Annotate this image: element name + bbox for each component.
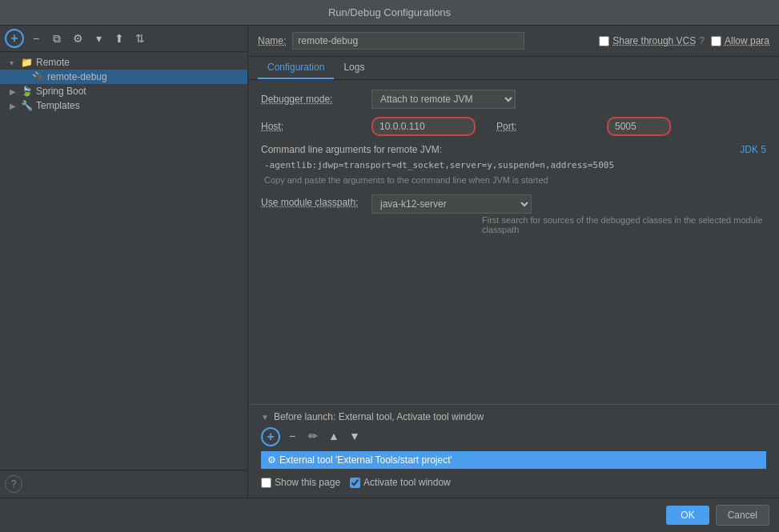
dialog-footer: OK Cancel (0, 498, 779, 532)
module-hint: First search for sources of the debugged… (482, 215, 766, 234)
before-launch-header: ▼ Before launch: External tool, Activate… (261, 411, 766, 422)
title-bar: Run/Debug Configurations (0, 0, 779, 26)
activate-tool-checkbox-item: Activate tool window (350, 477, 451, 488)
tree-item-spring-boot[interactable]: ▶ 🍃 Spring Boot (0, 84, 247, 98)
share-vcs-label: Share through VCS (612, 35, 696, 46)
port-input[interactable] (607, 117, 671, 136)
cmd-label-text: Command line arguments for remote JVM: (261, 144, 442, 155)
remote-debug-label: remote-debug (47, 71, 107, 82)
main-content: + − ⧉ ⚙ ▾ ⬆ ⇅ ▾ 📁 Remote (0, 26, 779, 498)
show-page-checkbox[interactable] (261, 478, 271, 488)
remote-debug-icon: 🔌 (32, 71, 44, 82)
activate-tool-label: Activate tool window (363, 477, 451, 488)
templates-label: Templates (36, 100, 80, 111)
cmd-section: Command line arguments for remote JVM: J… (261, 144, 766, 185)
cmd-value-text: -agentlib:jdwp=transport=dt_socket,serve… (261, 160, 766, 170)
help-button[interactable]: ? (5, 475, 22, 493)
jdk-link[interactable]: JDK 5 (740, 144, 766, 155)
copy-config-button[interactable]: ⧉ (48, 30, 66, 47)
module-label: Use module classpath: (261, 194, 365, 208)
name-input[interactable] (292, 32, 524, 50)
cmd-label-row: Command line arguments for remote JVM: J… (261, 144, 766, 158)
settings-button[interactable]: ⚙ (69, 30, 86, 47)
tab-configuration-label: Configuration (267, 62, 324, 73)
allow-para-checkbox[interactable] (711, 36, 721, 46)
bl-down-button[interactable]: ▼ (346, 427, 363, 445)
before-launch-section: ▼ Before launch: External tool, Activate… (248, 404, 779, 498)
run-debug-dialog: Run/Debug Configurations + − ⧉ ⚙ ▾ ⬆ ⇅ ▾… (0, 0, 779, 532)
name-label: Name: (258, 35, 286, 46)
tab-configuration[interactable]: Configuration (258, 57, 334, 79)
external-tool-icon: ⚙ (267, 454, 276, 466)
tree-item-remote-group[interactable]: ▾ 📁 Remote (0, 55, 247, 70)
external-tool-label: External tool 'External Tools/start proj… (279, 454, 452, 466)
remote-group-label: Remote (36, 57, 70, 68)
share-vcs-checkbox[interactable] (599, 36, 609, 46)
show-page-label: Show this page (275, 477, 340, 488)
activate-tool-checkbox[interactable] (350, 478, 360, 488)
host-label: Host: (261, 121, 365, 132)
module-select[interactable]: java-k12-server (371, 194, 532, 214)
bl-list-item-external-tool[interactable]: ⚙ External tool 'External Tools/start pr… (261, 451, 766, 469)
templates-arrow: ▶ (10, 102, 21, 110)
bl-add-button[interactable]: + (261, 427, 280, 446)
bl-up-button[interactable]: ▲ (325, 427, 343, 445)
host-port-row: Host: Port: (261, 117, 766, 136)
show-page-checkbox-item: Show this page (261, 477, 340, 488)
move-config-button[interactable]: ⬆ (110, 30, 128, 47)
module-row: Use module classpath: java-k12-server Fi… (261, 194, 766, 234)
debugger-mode-select[interactable]: Attach to remote JVM (371, 90, 516, 109)
name-row: Name: Share through VCS ? Allow para (248, 26, 779, 57)
bl-checkboxes: Show this page Activate tool window (261, 474, 766, 491)
tabs: Configuration Logs (248, 57, 779, 80)
sidebar: + − ⧉ ⚙ ▾ ⬆ ⇅ ▾ 📁 Remote (0, 26, 248, 498)
share-help-icon: ? (699, 35, 705, 46)
remote-folder-icon: 📁 (21, 57, 33, 68)
module-select-wrapper: java-k12-server First search for sources… (371, 194, 766, 234)
remove-config-button[interactable]: − (27, 30, 45, 47)
before-launch-arrow[interactable]: ▼ (261, 413, 269, 422)
remote-arrow: ▾ (10, 58, 21, 67)
config-panel: Debugger mode: Attach to remote JVM Host… (248, 80, 779, 404)
tree-item-remote-debug[interactable]: 🔌 remote-debug (0, 70, 247, 84)
share-area: Share through VCS ? (599, 35, 705, 46)
host-port-separator (482, 121, 490, 132)
host-input[interactable] (371, 117, 476, 136)
allow-para-label: Allow para (725, 35, 769, 46)
templates-icon: 🔧 (21, 100, 33, 111)
cancel-button[interactable]: Cancel (716, 505, 769, 526)
ok-button[interactable]: OK (666, 506, 709, 525)
cmd-hint-text: Copy and paste the arguments to the comm… (261, 175, 766, 185)
tab-logs[interactable]: Logs (334, 57, 374, 79)
debugger-mode-row: Debugger mode: Attach to remote JVM (261, 90, 766, 109)
port-label: Port: (496, 121, 600, 132)
tree-item-templates[interactable]: ▶ 🔧 Templates (0, 98, 247, 113)
dropdown-button[interactable]: ▾ (90, 30, 107, 47)
sidebar-tree: ▾ 📁 Remote 🔌 remote-debug ▶ 🍃 Spring Boo (0, 52, 247, 470)
spring-boot-arrow: ▶ (10, 87, 21, 96)
sidebar-footer: ? (0, 470, 247, 498)
sort-button[interactable]: ⇅ (131, 30, 149, 47)
bl-remove-button[interactable]: − (283, 427, 301, 445)
spring-boot-label: Spring Boot (36, 86, 86, 97)
spring-boot-icon: 🍃 (21, 86, 33, 97)
before-launch-label: Before launch: External tool, Activate t… (274, 411, 484, 422)
right-panel: Name: Share through VCS ? Allow para Con… (248, 26, 779, 498)
before-launch-toolbar: + − ✏ ▲ ▼ (261, 427, 766, 446)
bl-edit-button[interactable]: ✏ (304, 427, 322, 445)
dialog-title: Run/Debug Configurations (328, 6, 451, 18)
add-config-button[interactable]: + (5, 29, 24, 48)
debugger-mode-label: Debugger mode: (261, 94, 365, 105)
allow-para-area: Allow para (711, 35, 769, 46)
sidebar-toolbar: + − ⧉ ⚙ ▾ ⬆ ⇅ (0, 26, 247, 52)
tab-logs-label: Logs (343, 62, 364, 73)
